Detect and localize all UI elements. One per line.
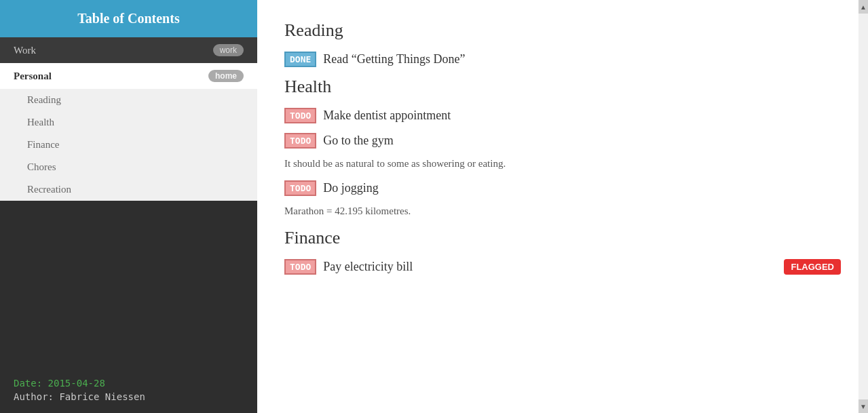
heading-health: Health (284, 77, 841, 97)
badge-todo: TODO (284, 259, 316, 275)
heading-finance: Finance (284, 228, 841, 248)
sidebar-subitems: Reading Health Finance Chores Recreation (0, 89, 257, 201)
task-left: TODO Pay electricity bill (284, 259, 413, 275)
badge-todo: TODO (284, 108, 316, 123)
task-note: It should be as natural to some as showe… (284, 158, 841, 170)
sidebar-title: Table of Contents (14, 11, 244, 26)
scroll-down-button[interactable]: ▼ (858, 399, 868, 413)
task-row-flagged: TODO Pay electricity bill FLAGGED (284, 259, 841, 275)
task-row: DONE Read “Getting Things Done” (284, 52, 841, 67)
sidebar-subitem-reading[interactable]: Reading (0, 89, 257, 111)
footer-author: Author: Fabrice Niessen (14, 391, 244, 402)
task-text: Go to the gym (323, 134, 394, 148)
sidebar-subitem-chores[interactable]: Chores (0, 156, 257, 178)
task-text: Do jogging (323, 181, 379, 195)
sidebar-subitem-health[interactable]: Health (0, 111, 257, 134)
main-content: Reading DONE Read “Getting Things Done” … (257, 0, 868, 413)
sidebar-item-personal[interactable]: Personal home (0, 63, 257, 89)
task-note: Marathon = 42.195 kilometres. (284, 205, 841, 217)
sidebar-item-personal-badge: home (208, 70, 244, 82)
footer-date: Date: 2015-04-28 (14, 378, 244, 389)
task-row: TODO Make dentist appointment (284, 108, 841, 123)
sidebar-item-work[interactable]: Work work (0, 37, 257, 63)
sidebar-item-work-badge: work (213, 44, 244, 56)
sidebar-footer: Date: 2015-04-28 Author: Fabrice Niessen (0, 367, 257, 413)
sidebar-header: Table of Contents (0, 0, 257, 37)
task-row: TODO Do jogging (284, 180, 841, 196)
task-text: Pay electricity bill (323, 260, 413, 274)
heading-reading: Reading (284, 20, 841, 41)
badge-todo: TODO (284, 180, 316, 196)
task-row: TODO Go to the gym (284, 133, 841, 149)
scroll-up-button[interactable]: ▲ (858, 0, 868, 14)
badge-done: DONE (284, 52, 316, 67)
sidebar-subitem-finance[interactable]: Finance (0, 134, 257, 156)
sidebar-item-personal-label: Personal (14, 71, 52, 82)
sidebar-item-work-label: Work (14, 45, 36, 56)
sidebar-subitem-recreation[interactable]: Recreation (0, 178, 257, 201)
sidebar-spacer (0, 201, 257, 367)
sidebar: Table of Contents Work work Personal hom… (0, 0, 257, 413)
badge-todo: TODO (284, 133, 316, 149)
flagged-badge: FLAGGED (784, 259, 841, 275)
task-text: Read “Getting Things Done” (323, 52, 465, 66)
task-text: Make dentist appointment (323, 109, 451, 123)
